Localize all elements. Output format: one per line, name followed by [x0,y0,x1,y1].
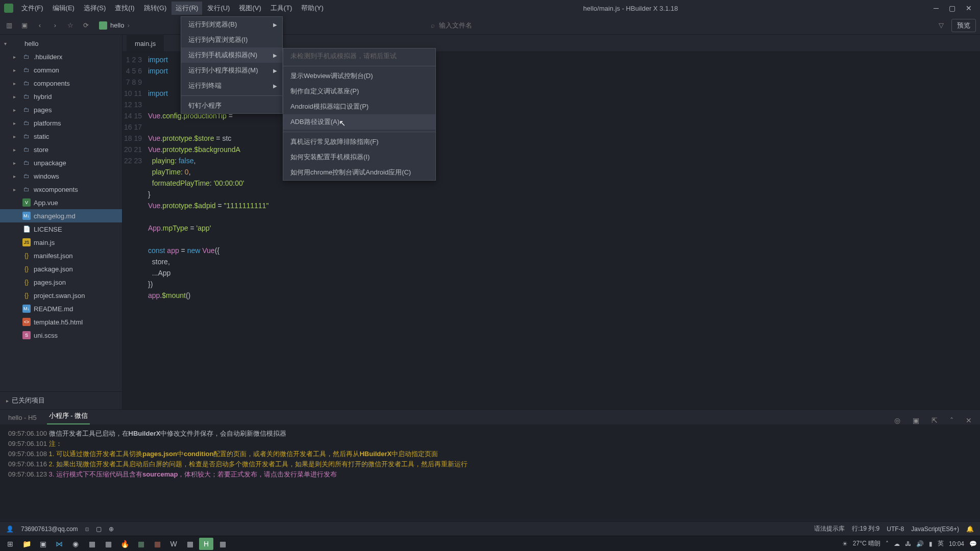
weather-text[interactable]: 27°C 晴朗 [853,539,880,548]
collapse-icon[interactable]: ˄ [948,416,955,424]
breadcrumb[interactable]: hello › [99,21,130,30]
close-button[interactable]: ✕ [966,4,972,12]
menu-item[interactable]: 运行到浏览器(B)▶ [181,17,282,32]
save-icon[interactable]: ▣ [19,20,30,31]
menu-item[interactable]: 运行到手机或模拟器(N)▶ [181,47,282,63]
terminal-app-icon[interactable]: ▣ [36,538,50,550]
filter-icon[interactable]: ▽ [936,20,946,31]
preview-button[interactable]: 预览 [951,19,976,32]
menu-item[interactable]: 制作自定义调试基座(P) [283,84,435,99]
app-icon[interactable]: ▦ [85,538,99,550]
new-file-icon[interactable]: ▥ [4,20,14,31]
menu-5[interactable]: 运行(R) [172,2,202,15]
chrome-icon[interactable]: ◉ [68,538,83,550]
menu-item[interactable]: ADB路径设置(A) [283,114,435,130]
menu-item[interactable]: 运行到内置浏览器(I) [181,32,282,47]
close-panel-icon[interactable]: ✕ [964,416,974,424]
pop-out-icon[interactable]: ⇱ [929,416,940,424]
notifications-icon[interactable]: 💬 [969,540,977,547]
tree-item[interactable]: <>template.h5.html [0,315,122,329]
closed-projects[interactable]: ▸ 已关闭项目 [0,391,122,409]
tree-item[interactable]: ▸🗀store [0,143,122,156]
start-button[interactable]: ⊞ [3,538,17,550]
menu-7[interactable]: 视图(V) [235,2,265,15]
tree-item[interactable]: {}manifest.json [0,249,122,262]
explorer-icon[interactable]: 📁 [19,538,34,550]
menu-1[interactable]: 编辑(E) [48,2,79,15]
app-icon-5[interactable]: W [166,538,181,550]
encoding[interactable]: UTF-8 [887,525,904,533]
battery-icon[interactable]: ▮ [929,540,933,547]
tree-item[interactable]: M↓README.md [0,302,122,315]
clock-time[interactable]: 10:04 [949,540,964,547]
menu-8[interactable]: 工具(T) [266,2,297,15]
menu-item[interactable]: 显示Webview调试控制台(D) [283,68,435,84]
menu-item[interactable]: 如何用chrome控制台调试Android应用(C) [283,165,435,180]
onedrive-icon[interactable]: ☁ [894,540,900,547]
hbuilder-icon[interactable]: H [199,538,213,550]
user-email[interactable]: 736907613@qq.com [21,525,78,533]
search-input[interactable] [439,21,592,29]
tab-hello-h5[interactable]: hello - H5 [6,411,39,424]
menu-item[interactable]: 运行到小程序模拟器(M)▶ [181,63,282,78]
tree-item[interactable]: ▸🗀platforms [0,116,122,130]
tray-chevron-icon[interactable]: ˄ [886,540,889,547]
tree-item[interactable]: ▸🗀unpackage [0,156,122,169]
syntax-lib[interactable]: 语法提示库 [814,524,845,533]
menu-2[interactable]: 选择(S) [80,2,110,15]
menu-0[interactable]: 文件(F) [17,2,47,15]
menu-9[interactable]: 帮助(Y) [297,2,327,15]
cursor-position[interactable]: 行:19 列:9 [852,524,879,533]
stop-icon[interactable]: ▣ [911,416,921,424]
firefox-icon[interactable]: 🔥 [117,538,132,550]
tree-item[interactable]: ▾hello [0,37,122,50]
bell-icon[interactable]: 🔔 [966,525,974,533]
app-icon-4[interactable]: ▦ [150,538,164,550]
app-icon-3[interactable]: ▦ [134,538,148,550]
tree-item[interactable]: ▸🗀windows [0,169,122,183]
tree-item[interactable]: M↓changelog.md [0,209,122,222]
tree-item[interactable]: {}pages.json [0,276,122,289]
tree-item[interactable]: ▸🗀static [0,130,122,143]
menu-4[interactable]: 跳转(G) [140,2,171,15]
tree-item[interactable]: ▸🗀components [0,77,122,90]
language-mode[interactable]: JavaScript(ES6+) [911,525,959,533]
refresh-icon[interactable]: ⟳ [81,20,91,31]
tree-item[interactable]: {}project.swan.json [0,289,122,302]
menu-item[interactable]: 如何安装配置手机模拟器(I) [283,149,435,165]
weather-icon[interactable]: ☀ [842,540,848,547]
tab-miniprogram-wechat[interactable]: 小程序 - 微信 [47,408,90,424]
terminal-icon[interactable]: ▢ [96,525,102,533]
menu-6[interactable]: 发行(U) [203,2,234,15]
star-icon[interactable]: ☆ [65,20,76,31]
tree-item[interactable]: VApp.vue [0,196,122,209]
target-icon[interactable]: ◎ [892,416,902,424]
tree-item[interactable]: 📄LICENSE [0,222,122,236]
tree-item[interactable]: ▸🗀.hbuilderx [0,50,122,63]
tree-item[interactable]: ▸🗀pages [0,103,122,116]
app-icon-2[interactable]: ▦ [101,538,115,550]
menu-item[interactable]: 真机运行常见故障排除指南(F) [283,134,435,149]
tree-item[interactable]: Suni.scss [0,329,122,342]
menu-3[interactable]: 查找(I) [111,2,138,15]
tree-item[interactable]: ▸🗀common [0,63,122,77]
vscode-icon[interactable]: ⋈ [52,538,66,550]
globe-icon[interactable]: ⊕ [109,525,114,533]
tree-item[interactable]: ▸🗀hybrid [0,90,122,103]
menu-item[interactable]: Android模拟器端口设置(P) [283,99,435,114]
tree-item[interactable]: ▸🗀wxcomponents [0,183,122,196]
maximize-button[interactable]: ▢ [949,4,955,12]
ime-indicator[interactable]: 英 [938,539,944,548]
tree-item[interactable]: JSmain.js [0,236,122,249]
menu-item[interactable]: 钉钉小程序 [181,98,282,113]
volume-icon[interactable]: 🔊 [916,540,924,547]
menu-item[interactable]: 运行到终端▶ [181,78,282,93]
indent-icon[interactable]: ⎅ [85,525,89,533]
minimize-button[interactable]: ─ [934,4,939,12]
tab-main-js[interactable]: main.js [127,35,164,52]
wechat-devtools-icon[interactable]: ▦ [215,538,230,550]
console[interactable]: 09:57:06.100 微信开发者工具已启动，在HBuilderX中修改文件并… [0,424,980,521]
network-icon[interactable]: 🖧 [905,540,911,547]
back-icon[interactable]: ‹ [35,20,45,31]
app-icon-6[interactable]: ▦ [183,538,197,550]
